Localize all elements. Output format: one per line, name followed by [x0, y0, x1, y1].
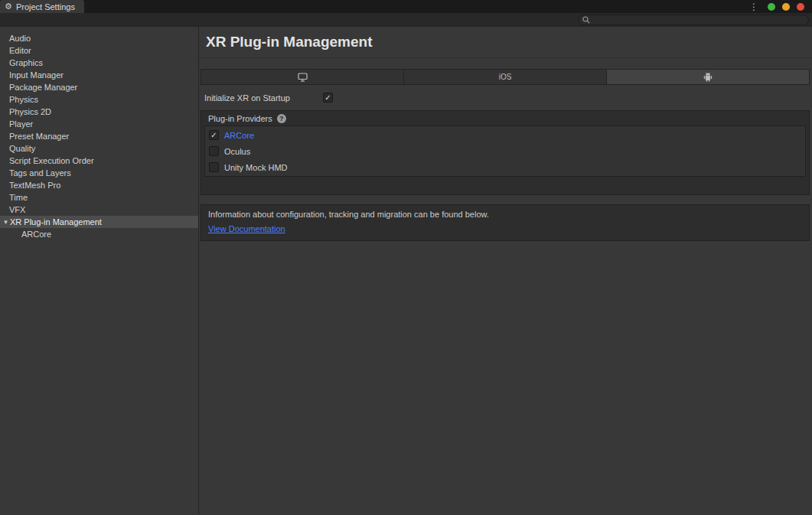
plug-in-providers-header: Plug-in Providers ? [201, 111, 809, 125]
initialize-xr-row: Initialize XR on Startup ✓ [204, 93, 812, 103]
project-settings-tab[interactable]: ⚙ Project Settings [0, 0, 84, 13]
sidebar-item-label: XR Plug-in Management [10, 217, 102, 227]
tab-android[interactable] [607, 70, 809, 84]
sidebar-item-xr-plug-in-management[interactable]: ▼ XR Plug-in Management [0, 216, 198, 228]
oculus-checkbox[interactable] [209, 146, 219, 156]
foldout-open-icon[interactable]: ▼ [2, 219, 10, 226]
plug-in-providers-box: Plug-in Providers ? ✓ ARCore Oculus [201, 110, 810, 195]
project-settings-window: ⚙ Project Settings ⋮ Audio Editor Graphi… [0, 0, 812, 515]
info-text: Information about configuration, trackin… [208, 210, 802, 219]
window-body: Audio Editor Graphics Input Manager Pack… [0, 27, 812, 515]
sidebar-item-graphics[interactable]: Graphics [0, 57, 198, 69]
page-title: XR Plug-in Management [206, 34, 812, 51]
unity-mock-hmd-checkbox[interactable] [209, 162, 219, 172]
search-input[interactable] [593, 15, 804, 24]
providers-list: ✓ ARCore Oculus Unity Mock HMD [204, 125, 806, 177]
check-icon: ✓ [324, 94, 331, 102]
tab-standalone[interactable] [201, 70, 404, 84]
sidebar-item-time[interactable]: Time [0, 191, 198, 204]
window-button-yellow[interactable] [782, 3, 790, 11]
sidebar-item-arcore[interactable]: ARCore [0, 228, 198, 240]
sidebar-item-preset-manager[interactable]: Preset Manager [0, 130, 198, 142]
sidebar-item-physics[interactable]: Physics [0, 93, 198, 106]
sidebar-item-input-manager[interactable]: Input Manager [0, 69, 198, 81]
provider-label-arcore: ARCore [224, 131, 254, 140]
sidebar-item-vfx[interactable]: VFX [0, 204, 198, 216]
view-documentation-link[interactable]: View Documentation [208, 224, 285, 233]
android-icon [703, 72, 713, 82]
initialize-xr-checkbox[interactable]: ✓ [323, 93, 333, 103]
check-icon: ✓ [210, 132, 217, 139]
window-button-red[interactable] [797, 3, 804, 11]
providers-box-spacer [201, 177, 809, 194]
toolbar [0, 13, 812, 27]
initialize-xr-label: Initialize XR on Startup [204, 93, 323, 103]
sidebar-item-quality[interactable]: Quality [0, 142, 198, 155]
window-button-green[interactable] [768, 3, 775, 11]
sidebar-item-editor[interactable]: Editor [0, 44, 198, 57]
window-controls: ⋮ [749, 0, 812, 13]
sidebar-item-audio[interactable]: Audio [0, 32, 198, 44]
sidebar-item-tags-and-layers[interactable]: Tags and Layers [0, 167, 198, 179]
settings-category-list: Audio Editor Graphics Input Manager Pack… [0, 27, 199, 515]
provider-label-oculus: Oculus [224, 147, 250, 156]
sidebar-item-player[interactable]: Player [0, 118, 198, 130]
gear-icon: ⚙ [5, 2, 12, 11]
monitor-icon [298, 73, 308, 82]
sidebar-item-script-execution-order[interactable]: Script Execution Order [0, 155, 198, 167]
search-icon [582, 16, 590, 24]
titlebar: ⚙ Project Settings ⋮ [0, 0, 812, 13]
provider-row-arcore[interactable]: ✓ ARCore [205, 127, 805, 143]
platform-tabbar: iOS [201, 69, 810, 85]
search-box[interactable] [578, 15, 809, 25]
plug-in-providers-title: Plug-in Providers [208, 114, 272, 123]
window-title: Project Settings [16, 2, 75, 11]
info-box: Information about configuration, trackin… [201, 204, 810, 241]
main-panel: XR Plug-in Management iOS [199, 27, 812, 515]
tab-ios[interactable]: iOS [404, 70, 607, 84]
sidebar-item-textmesh-pro[interactable]: TextMesh Pro [0, 179, 198, 191]
main-header: XR Plug-in Management [199, 27, 812, 58]
provider-label-unity-mock-hmd: Unity Mock HMD [224, 163, 288, 172]
help-icon[interactable]: ? [277, 114, 286, 123]
more-options-icon[interactable]: ⋮ [749, 2, 758, 12]
provider-row-oculus[interactable]: Oculus [205, 143, 805, 159]
sidebar-item-package-manager[interactable]: Package Manager [0, 81, 198, 93]
sidebar-item-physics-2d[interactable]: Physics 2D [0, 106, 198, 118]
arcore-checkbox[interactable]: ✓ [209, 130, 219, 140]
provider-row-unity-mock-hmd[interactable]: Unity Mock HMD [205, 159, 805, 175]
